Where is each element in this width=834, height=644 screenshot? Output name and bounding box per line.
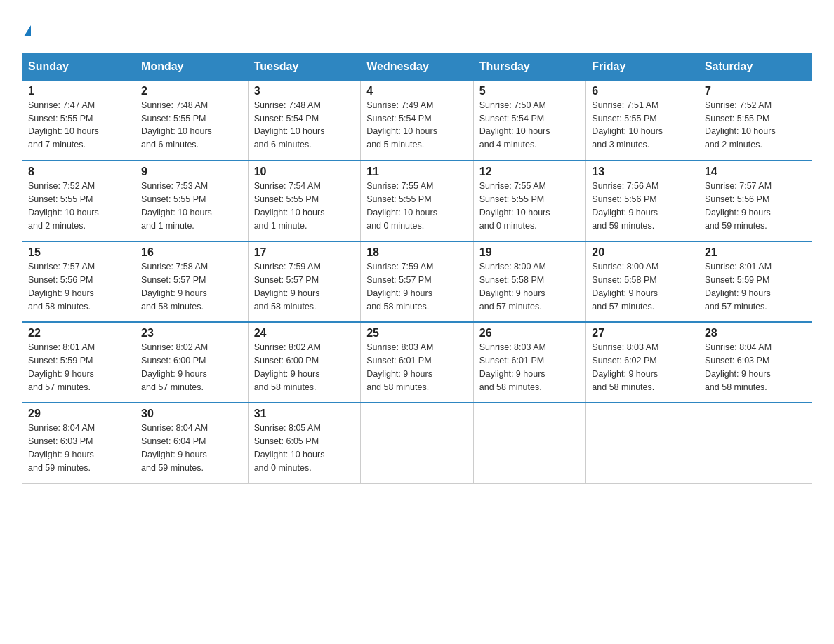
calendar-week-row-3: 15 Sunrise: 7:57 AMSunset: 5:56 PMDaylig… (22, 241, 812, 322)
day-number: 21 (705, 246, 806, 259)
day-info: Sunrise: 7:54 AMSunset: 5:55 PMDaylight:… (254, 181, 325, 230)
day-number: 30 (141, 408, 242, 420)
day-number: 13 (592, 166, 693, 178)
day-info: Sunrise: 7:50 AMSunset: 5:54 PMDaylight:… (479, 100, 550, 149)
logo-triangle-icon (24, 25, 31, 36)
logo-top-line (22, 17, 31, 39)
day-info: Sunrise: 8:05 AMSunset: 6:05 PMDaylight:… (254, 423, 325, 472)
calendar-table: SundayMondayTuesdayWednesdayThursdayFrid… (22, 53, 812, 484)
day-number: 31 (254, 408, 355, 420)
day-number: 8 (28, 166, 129, 178)
day-info: Sunrise: 8:03 AMSunset: 6:02 PMDaylight:… (592, 342, 658, 391)
calendar-cell: 21 Sunrise: 8:01 AMSunset: 5:59 PMDaylig… (699, 241, 812, 322)
day-number: 15 (28, 246, 129, 259)
day-number: 2 (141, 85, 242, 98)
calendar-cell: 17 Sunrise: 7:59 AMSunset: 5:57 PMDaylig… (248, 241, 361, 322)
day-info: Sunrise: 8:04 AMSunset: 6:03 PMDaylight:… (705, 342, 772, 391)
day-number: 26 (479, 327, 581, 340)
day-number: 12 (479, 166, 581, 178)
day-info: Sunrise: 7:55 AMSunset: 5:55 PMDaylight:… (366, 181, 437, 230)
calendar-cell (361, 403, 474, 483)
day-info: Sunrise: 8:00 AMSunset: 5:58 PMDaylight:… (479, 262, 546, 311)
calendar-cell: 23 Sunrise: 8:02 AMSunset: 6:00 PMDaylig… (135, 322, 249, 403)
calendar-cell: 25 Sunrise: 8:03 AMSunset: 6:01 PMDaylig… (361, 322, 474, 403)
column-header-friday: Friday (586, 53, 699, 80)
day-number: 24 (254, 327, 355, 340)
column-header-tuesday: Tuesday (248, 53, 361, 80)
calendar-cell: 22 Sunrise: 8:01 AMSunset: 5:59 PMDaylig… (22, 322, 135, 403)
day-info: Sunrise: 7:48 AMSunset: 5:55 PMDaylight:… (141, 100, 212, 149)
calendar-week-row-4: 22 Sunrise: 8:01 AMSunset: 5:59 PMDaylig… (22, 322, 812, 403)
calendar-cell: 15 Sunrise: 7:57 AMSunset: 5:56 PMDaylig… (22, 241, 135, 322)
page-header (22, 17, 812, 39)
calendar-cell: 8 Sunrise: 7:52 AMSunset: 5:55 PMDayligh… (22, 161, 135, 241)
day-number: 16 (141, 246, 242, 259)
day-info: Sunrise: 8:01 AMSunset: 5:59 PMDaylight:… (28, 342, 95, 391)
day-info: Sunrise: 7:55 AMSunset: 5:55 PMDaylight:… (479, 181, 550, 230)
column-header-sunday: Sunday (22, 53, 135, 80)
day-info: Sunrise: 7:53 AMSunset: 5:55 PMDaylight:… (141, 181, 212, 230)
day-number: 7 (705, 85, 806, 98)
column-header-monday: Monday (135, 53, 249, 80)
calendar-cell: 31 Sunrise: 8:05 AMSunset: 6:05 PMDaylig… (248, 403, 361, 483)
day-info: Sunrise: 8:03 AMSunset: 6:01 PMDaylight:… (366, 342, 433, 391)
day-info: Sunrise: 7:57 AMSunset: 5:56 PMDaylight:… (28, 262, 95, 311)
calendar-cell: 18 Sunrise: 7:59 AMSunset: 5:57 PMDaylig… (361, 241, 474, 322)
calendar-header-row: SundayMondayTuesdayWednesdayThursdayFrid… (22, 53, 812, 80)
day-info: Sunrise: 8:02 AMSunset: 6:00 PMDaylight:… (141, 342, 208, 391)
day-number: 1 (28, 85, 129, 98)
calendar-week-row-1: 1 Sunrise: 7:47 AMSunset: 5:55 PMDayligh… (22, 80, 812, 161)
day-info: Sunrise: 7:48 AMSunset: 5:54 PMDaylight:… (254, 100, 325, 149)
day-info: Sunrise: 8:04 AMSunset: 6:03 PMDaylight:… (28, 423, 95, 472)
day-number: 22 (28, 327, 129, 340)
day-info: Sunrise: 7:47 AMSunset: 5:55 PMDaylight:… (28, 100, 99, 149)
day-info: Sunrise: 7:59 AMSunset: 5:57 PMDaylight:… (366, 262, 433, 311)
calendar-cell: 11 Sunrise: 7:55 AMSunset: 5:55 PMDaylig… (361, 161, 474, 241)
calendar-cell: 4 Sunrise: 7:49 AMSunset: 5:54 PMDayligh… (361, 80, 474, 161)
calendar-cell: 6 Sunrise: 7:51 AMSunset: 5:55 PMDayligh… (586, 80, 699, 161)
column-header-saturday: Saturday (699, 53, 812, 80)
day-info: Sunrise: 8:00 AMSunset: 5:58 PMDaylight:… (592, 262, 658, 311)
day-number: 11 (366, 166, 468, 178)
calendar-cell: 2 Sunrise: 7:48 AMSunset: 5:55 PMDayligh… (135, 80, 249, 161)
calendar-cell: 28 Sunrise: 8:04 AMSunset: 6:03 PMDaylig… (699, 322, 812, 403)
logo (22, 17, 31, 39)
day-number: 3 (254, 85, 355, 98)
calendar-cell: 27 Sunrise: 8:03 AMSunset: 6:02 PMDaylig… (586, 322, 699, 403)
calendar-cell (473, 403, 586, 483)
day-info: Sunrise: 7:49 AMSunset: 5:54 PMDaylight:… (366, 100, 437, 149)
calendar-cell: 30 Sunrise: 8:04 AMSunset: 6:04 PMDaylig… (135, 403, 249, 483)
calendar-cell: 9 Sunrise: 7:53 AMSunset: 5:55 PMDayligh… (135, 161, 249, 241)
day-number: 23 (141, 327, 242, 340)
day-number: 19 (479, 246, 581, 259)
day-info: Sunrise: 7:51 AMSunset: 5:55 PMDaylight:… (592, 100, 663, 149)
day-info: Sunrise: 7:57 AMSunset: 5:56 PMDaylight:… (705, 181, 772, 230)
day-info: Sunrise: 7:52 AMSunset: 5:55 PMDaylight:… (705, 100, 776, 149)
day-number: 27 (592, 327, 693, 340)
calendar-cell: 14 Sunrise: 7:57 AMSunset: 5:56 PMDaylig… (699, 161, 812, 241)
day-number: 17 (254, 246, 355, 259)
calendar-cell: 20 Sunrise: 8:00 AMSunset: 5:58 PMDaylig… (586, 241, 699, 322)
calendar-cell: 10 Sunrise: 7:54 AMSunset: 5:55 PMDaylig… (248, 161, 361, 241)
calendar-cell: 26 Sunrise: 8:03 AMSunset: 6:01 PMDaylig… (473, 322, 586, 403)
day-info: Sunrise: 7:56 AMSunset: 5:56 PMDaylight:… (592, 181, 658, 230)
day-info: Sunrise: 7:59 AMSunset: 5:57 PMDaylight:… (254, 262, 321, 311)
day-number: 5 (479, 85, 581, 98)
calendar-cell: 5 Sunrise: 7:50 AMSunset: 5:54 PMDayligh… (473, 80, 586, 161)
day-info: Sunrise: 8:02 AMSunset: 6:00 PMDaylight:… (254, 342, 321, 391)
calendar-cell: 7 Sunrise: 7:52 AMSunset: 5:55 PMDayligh… (699, 80, 812, 161)
day-number: 9 (141, 166, 242, 178)
calendar-cell: 12 Sunrise: 7:55 AMSunset: 5:55 PMDaylig… (473, 161, 586, 241)
day-number: 6 (592, 85, 693, 98)
calendar-cell: 24 Sunrise: 8:02 AMSunset: 6:00 PMDaylig… (248, 322, 361, 403)
day-info: Sunrise: 8:03 AMSunset: 6:01 PMDaylight:… (479, 342, 546, 391)
day-info: Sunrise: 7:58 AMSunset: 5:57 PMDaylight:… (141, 262, 208, 311)
day-info: Sunrise: 8:01 AMSunset: 5:59 PMDaylight:… (705, 262, 772, 311)
calendar-cell: 3 Sunrise: 7:48 AMSunset: 5:54 PMDayligh… (248, 80, 361, 161)
calendar-cell (586, 403, 699, 483)
calendar-week-row-2: 8 Sunrise: 7:52 AMSunset: 5:55 PMDayligh… (22, 161, 812, 241)
calendar-cell: 16 Sunrise: 7:58 AMSunset: 5:57 PMDaylig… (135, 241, 249, 322)
day-number: 28 (705, 327, 806, 340)
column-header-wednesday: Wednesday (361, 53, 474, 80)
calendar-cell: 29 Sunrise: 8:04 AMSunset: 6:03 PMDaylig… (22, 403, 135, 483)
